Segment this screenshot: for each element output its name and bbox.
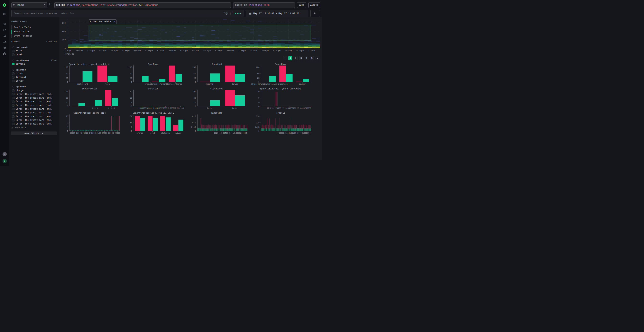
svg-text:0.6: 0.6 (192, 115, 196, 117)
svg-text:100: 100 (192, 66, 196, 68)
svg-text:5:30pm: 5:30pm (157, 50, 164, 52)
svg-text:50: 50 (66, 97, 68, 99)
svg-text:400: 400 (62, 30, 66, 32)
svg-text:1748199880789: 1748199880789 (282, 107, 296, 109)
svg-text:7:45pm: 7:45pm (262, 50, 269, 52)
svg-text:100: 100 (64, 66, 68, 68)
svg-text:7:30pm: 7:30pm (250, 50, 258, 52)
svg-text:0: 0 (67, 130, 68, 132)
svg-text:543017: 543017 (170, 107, 176, 109)
svg-text:1748393738536: 1748393738536 (297, 107, 311, 109)
svg-text:0: 0 (131, 130, 132, 132)
svg-text:6:30pm: 6:30pm (204, 50, 211, 52)
svg-text:4: 4 (258, 101, 260, 104)
svg-text:0: 0 (258, 81, 260, 83)
svg-text:25: 25 (66, 77, 68, 79)
svg-text:0: 0 (67, 105, 68, 107)
svg-text:6:15pm: 6:15pm (192, 50, 199, 52)
svg-text:100: 100 (256, 66, 260, 68)
svg-text:19961834: 19961834 (153, 107, 162, 109)
svg-text:mastercard: mastercard (77, 83, 88, 85)
svg-text:89835: 89835 (70, 132, 76, 134)
svg-text:SpanName: SpanName (148, 63, 158, 66)
svg-text:5/27/25: 5/27/25 (66, 53, 74, 55)
svg-text:100: 100 (64, 90, 68, 92)
svg-text:2025-05-28T03:59:14.900820000Z: 2025-05-28T03:59:14.900820000Z (214, 132, 247, 134)
svg-text:0.6: 0.6 (256, 115, 260, 117)
svg-text:visa: visa (105, 83, 110, 85)
svg-text:100: 100 (128, 66, 132, 68)
svg-text:999435: 999435 (177, 107, 184, 109)
svg-text:8: 8 (131, 126, 132, 128)
svg-text:7:00pm: 7:00pm (227, 50, 234, 52)
svg-text:50: 50 (257, 72, 260, 75)
svg-text:4:00pm: 4:00pm (87, 50, 95, 52)
svg-text:25: 25 (130, 77, 132, 79)
svg-text:0: 0 (195, 130, 196, 132)
svg-text:ScopeName: ScopeName (275, 63, 286, 66)
svg-text:0: 0 (67, 81, 68, 83)
svg-text:SpanAttributes.cache.size: SpanAttributes.cache.size (74, 112, 106, 114)
svg-text:0.15: 0.15 (254, 126, 260, 128)
svg-text:0: 0 (195, 81, 196, 83)
svg-text:600: 600 (62, 22, 66, 24)
svg-text:6:45pm: 6:45pm (215, 50, 222, 52)
svg-text:16: 16 (257, 90, 260, 92)
svg-text:0: 0 (64, 47, 66, 50)
svg-text:36: 36 (130, 90, 132, 92)
svg-text:Internal: Internal (206, 83, 214, 85)
svg-text:98338: 98338 (108, 132, 114, 134)
svg-text:0: 0 (258, 105, 260, 107)
svg-text:Error: Error (207, 107, 213, 109)
svg-text:50: 50 (194, 97, 196, 99)
svg-text:SpanAttributes...yment.timesta: SpanAttributes...yment.timestamp (260, 88, 301, 90)
svg-text:8:45pm: 8:45pm (308, 50, 316, 52)
svg-text:0: 0 (131, 105, 132, 107)
svg-text:1333363: 1333363 (138, 107, 146, 109)
svg-text:25: 25 (194, 101, 196, 104)
svg-text:97730: 97730 (102, 132, 108, 134)
svg-text:bronze: bronze (137, 132, 143, 134)
svg-text:8: 8 (258, 97, 260, 99)
svg-text:4:30pm: 4:30pm (110, 50, 118, 52)
svg-text:4:15pm: 4:15pm (99, 50, 106, 52)
svg-text:0.15: 0.15 (191, 126, 196, 128)
svg-text:8:30pm: 8:30pm (296, 50, 304, 52)
svg-text:50: 50 (194, 72, 196, 75)
svg-text:payment: payment (299, 83, 306, 85)
svg-text:Timestamp: Timestamp (211, 112, 222, 114)
svg-text:4:45pm: 4:45pm (122, 50, 130, 52)
svg-text:96139: 96139 (95, 132, 101, 134)
svg-text:32: 32 (130, 115, 132, 117)
svg-text:7:15pm: 7:15pm (238, 50, 246, 52)
svg-text:grpc.oteldemo.PaymentService/C: grpc.oteldemo.PaymentService/Charge (144, 83, 182, 85)
svg-text:50: 50 (130, 72, 132, 75)
svg-text:0: 0 (131, 81, 132, 83)
svg-text:@hyperdx/instrumentation-excep: @hyperdx/instrumentation-exception (251, 83, 288, 85)
svg-text:25: 25 (257, 77, 260, 79)
svg-text:Unset: Unset (232, 107, 238, 109)
svg-text:16: 16 (130, 122, 132, 124)
svg-text:Duration: Duration (148, 88, 158, 90)
svg-text:SpanAttributes...yment.card_ty: SpanAttributes...yment.card_type (69, 63, 110, 66)
svg-text:SpanAttributes.app.loyalty.lev: SpanAttributes.app.loyalty.level (132, 112, 174, 114)
svg-text:18: 18 (130, 97, 132, 99)
svg-text:2600849: 2600849 (162, 107, 169, 109)
svg-text:8:15pm: 8:15pm (285, 50, 292, 52)
svg-text:silver: silver (174, 132, 181, 134)
svg-text:4: 4 (67, 126, 68, 128)
svg-text:0.3: 0.3 (192, 122, 196, 124)
svg-text:0.51.1: 0.51.1 (108, 107, 115, 109)
svg-text:1748192273433: 1748192273433 (267, 107, 281, 109)
svg-text:3:30pm: 3:30pm (64, 50, 72, 52)
svg-text:94365: 94365 (89, 132, 95, 134)
svg-text:100: 100 (192, 90, 196, 92)
svg-text:50: 50 (66, 72, 68, 75)
svg-text:8:00pm: 8:00pm (273, 50, 281, 52)
svg-text:0.1.0: 0.1.0 (92, 107, 98, 109)
svg-text:StatusCode: StatusCode (210, 88, 223, 90)
svg-text:ff860334facdb23d3f430ff5b5050f: ff860334facdb23d3f430ff5b5050f4f (276, 132, 312, 134)
svg-text:0: 0 (195, 105, 196, 107)
svg-text:3:45pm: 3:45pm (76, 50, 83, 52)
svg-text:0.3: 0.3 (256, 122, 260, 124)
